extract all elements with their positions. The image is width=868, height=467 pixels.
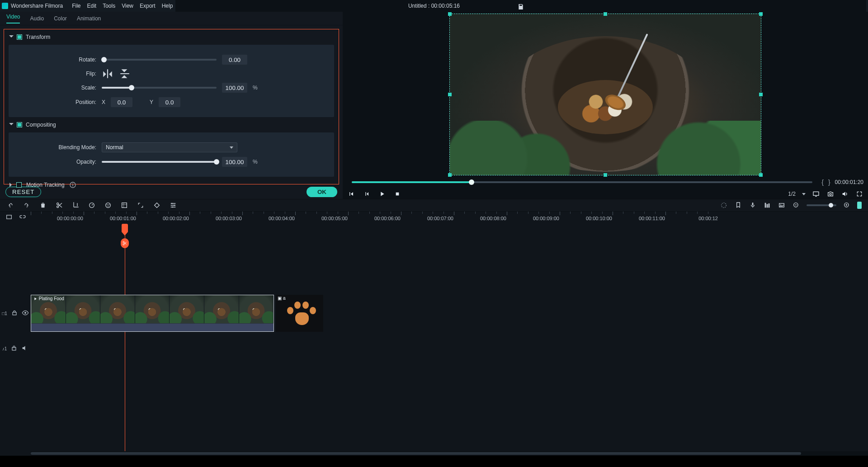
section-compositing-header[interactable]: Compositing — [9, 120, 334, 130]
keyframe-icon[interactable] — [153, 201, 161, 209]
volume-icon[interactable] — [841, 190, 849, 198]
step-back-icon[interactable] — [347, 190, 355, 198]
rotate-label: Rotate: — [17, 57, 96, 63]
document-title: Untitled : 00:00:05:16 — [408, 3, 460, 9]
rotate-input[interactable] — [222, 55, 247, 65]
playhead[interactable] — [125, 224, 125, 456]
svg-rect-24 — [769, 203, 770, 208]
timeline-tracks: □1 Plating Food ▣ a — [0, 224, 868, 456]
video-track-head: □1 — [0, 309, 31, 318]
marker-icon[interactable] — [734, 201, 742, 209]
thumbnail-icon[interactable] — [778, 201, 786, 209]
snapshot-icon[interactable] — [826, 190, 835, 198]
crop-icon[interactable] — [71, 201, 80, 209]
cut-icon[interactable] — [55, 201, 63, 209]
redo-icon[interactable] — [23, 201, 31, 209]
menu-edit[interactable]: Edit — [87, 3, 97, 9]
track-video-icon: □1 — [2, 311, 7, 316]
playhead-handle-icon[interactable] — [122, 224, 128, 232]
fullscreen-icon[interactable] — [855, 190, 863, 198]
compositing-enable-checkbox[interactable] — [17, 122, 22, 127]
image-clip-paw[interactable]: ▣ a — [276, 295, 323, 332]
preview-canvas[interactable] — [449, 14, 761, 175]
timeline-ruler[interactable]: 00:00:00:0000:00:01:0000:00:02:0000:00:0… — [31, 212, 868, 224]
crop-zoom-icon[interactable] — [137, 201, 145, 209]
color-icon[interactable] — [104, 201, 112, 209]
preview-page: 1/2 — [788, 191, 796, 197]
mixer-icon[interactable] — [763, 201, 771, 209]
delete-icon[interactable] — [39, 201, 47, 209]
zoom-in-icon[interactable] — [843, 201, 851, 209]
scale-input[interactable] — [222, 83, 247, 93]
pos-x-label: X — [102, 99, 105, 105]
scale-slider[interactable] — [102, 87, 217, 89]
timeline-scrollbar[interactable] — [31, 451, 868, 456]
app-brand: Wondershare Filmora — [2, 3, 63, 9]
titlebar: Wondershare Filmora File Edit Tools View… — [0, 0, 868, 12]
tab-color[interactable]: Color — [54, 15, 67, 22]
pos-y-input[interactable] — [159, 97, 180, 107]
chevron-down-icon[interactable] — [802, 193, 806, 195]
speed-icon[interactable] — [88, 201, 96, 209]
save-icon[interactable] — [517, 3, 524, 10]
chevron-right-icon — [9, 183, 12, 187]
prev-frame-icon[interactable] — [363, 190, 371, 198]
transform-enable-checkbox[interactable] — [17, 34, 22, 40]
menu-export[interactable]: Export — [140, 3, 156, 9]
motion-tracking-checkbox[interactable] — [16, 182, 22, 188]
properties-icon[interactable] — [169, 201, 177, 209]
chevron-down-icon — [230, 146, 233, 149]
section-motion-tracking[interactable]: Motion Tracking — [9, 181, 335, 189]
menu-view[interactable]: View — [122, 3, 133, 9]
zoom-fit-icon[interactable] — [857, 202, 862, 209]
blend-mode-select[interactable]: Normal — [102, 142, 237, 152]
undo-icon[interactable] — [6, 201, 14, 209]
tab-audio[interactable]: Audio — [30, 15, 44, 22]
flip-vertical-icon[interactable] — [119, 69, 131, 78]
tab-video[interactable]: Video — [6, 14, 20, 24]
menu-tools[interactable]: Tools — [103, 3, 115, 9]
opacity-slider[interactable] — [102, 161, 217, 163]
svg-point-19 — [172, 207, 173, 208]
blend-mode-value: Normal — [106, 144, 123, 151]
pos-x-input[interactable] — [111, 97, 132, 107]
svg-rect-32 — [13, 312, 16, 315]
voiceover-icon[interactable] — [749, 201, 757, 209]
zoom-slider[interactable] — [807, 204, 836, 206]
track-lock-icon[interactable] — [11, 309, 18, 318]
track-visibility-icon[interactable] — [22, 309, 29, 318]
blend-label: Blending Mode: — [17, 144, 96, 151]
green-screen-icon[interactable] — [120, 201, 128, 209]
display-icon[interactable] — [812, 190, 820, 198]
track-lock-icon[interactable] — [10, 344, 18, 353]
app-title: Wondershare Filmora — [11, 3, 63, 9]
mark-in-icon[interactable]: { — [821, 179, 824, 186]
tab-animation[interactable]: Animation — [77, 15, 101, 22]
flip-label: Flip: — [17, 71, 96, 77]
audio-track-row: ♪1 — [0, 342, 868, 355]
play-icon[interactable] — [378, 190, 386, 198]
chevron-down-icon — [9, 123, 14, 127]
render-icon[interactable] — [720, 201, 728, 209]
rotate-slider[interactable] — [102, 59, 217, 61]
track-mute-icon[interactable] — [21, 344, 28, 353]
section-transform-header[interactable]: Transform — [9, 32, 334, 42]
video-track-row: □1 Plating Food ▣ a — [0, 295, 868, 332]
playhead-scissor-icon[interactable] — [121, 238, 129, 248]
zoom-out-icon[interactable] — [792, 201, 800, 209]
menu-help[interactable]: Help — [162, 3, 173, 9]
menu-file[interactable]: File — [72, 3, 80, 9]
opacity-input[interactable] — [222, 157, 247, 167]
svg-point-15 — [108, 206, 108, 207]
mark-out-icon[interactable]: } — [828, 179, 830, 186]
video-clip-plating-food[interactable]: Plating Food — [31, 295, 274, 332]
svg-rect-23 — [767, 204, 768, 208]
preview-progress[interactable] — [352, 181, 812, 183]
preview-time: 00:00:01:20 — [835, 179, 863, 185]
main-menu: File Edit Tools View Export Help — [72, 3, 173, 9]
info-icon[interactable] — [69, 181, 76, 189]
compositing-title: Compositing — [26, 122, 56, 128]
flip-horizontal-icon[interactable] — [102, 69, 113, 78]
svg-rect-5 — [396, 193, 399, 196]
stop-icon[interactable] — [393, 190, 401, 198]
